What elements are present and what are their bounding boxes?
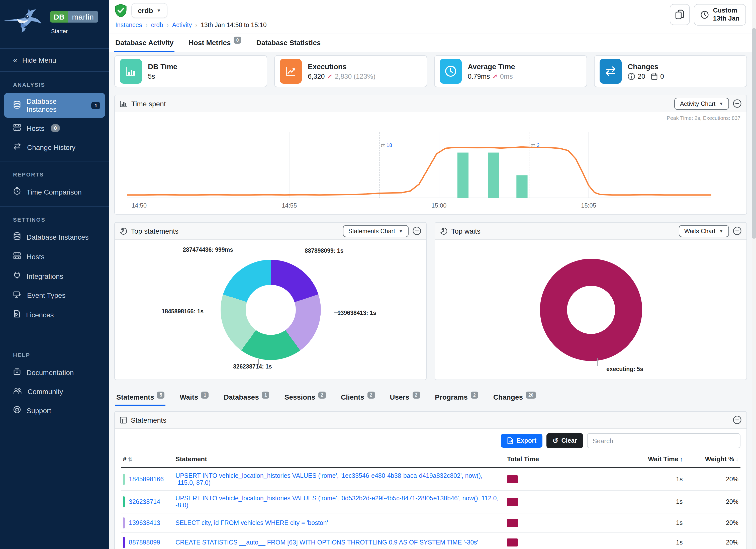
tab-label: Programs [435,393,468,401]
page-scrollbar[interactable] [752,0,756,549]
sidebar-item-community[interactable]: Community [4,383,105,400]
statement-sql-link[interactable]: UPSERT INTO vehicle_location_histories V… [175,495,498,509]
clock-icon [13,187,21,197]
tab-database-activity[interactable]: Database Activity [114,34,174,52]
tab-label: Changes [493,393,523,401]
top-waits-panel: Top waits Waits Chart ▼ executing: 5s [435,222,747,380]
count-badge: 1 [91,102,100,109]
breadcrumb-activity[interactable]: Activity [172,22,192,29]
sidebar-item-label: Time Comparison [27,188,82,196]
donut-label: 887898099: 1s [305,248,344,254]
time-range-button[interactable]: Custom 13th Jan [694,4,746,25]
panel-title: Statements [131,416,166,424]
copy-link-button[interactable] [670,4,690,25]
sidebar-item-documentation[interactable]: Documentation [4,363,105,382]
tab-label: Waits [180,393,198,401]
export-button[interactable]: Export [501,434,542,448]
sidebar-item-database-instances[interactable]: Database Instances1 [4,93,105,118]
statements-chart-select[interactable]: Statements Chart ▼ [343,225,409,237]
activity-chart-select[interactable]: Activity Chart ▼ [675,98,729,110]
count-badge: 1 [201,392,209,399]
tab-database-statistics[interactable]: Database Statistics [255,34,322,52]
tab-label: Database Activity [115,38,173,46]
column-header-weight-[interactable]: Weight %↓ [685,452,740,468]
donut-ring[interactable] [220,259,321,360]
bars-card-icon [120,59,142,84]
card-value: 5s [148,72,177,80]
tab-statements[interactable]: Statements5 [115,389,166,406]
brand-logo: DBmarlin [50,11,98,23]
time-spent-chart[interactable]: Peak Time: 2s, Executions: 837 ⇄18⇄2 14:… [115,112,746,214]
sidebar-nav: ANALYSISDatabase Instances1Hosts0Change … [0,72,109,425]
tab-waits[interactable]: Waits1 [179,389,210,406]
statement-id-link[interactable]: 887898099 [129,539,160,546]
peak-note: Peak Time: 2s, Executions: 837 [667,115,740,121]
tab-programs[interactable]: Programs2 [434,389,479,406]
statement-id-link[interactable]: 326238714 [129,498,160,505]
breadcrumb-separator: › [146,22,147,28]
pie-chart-icon [440,227,447,234]
instance-selector[interactable]: crdb ▼ [131,3,168,18]
column-header-statement[interactable]: Statement [173,452,505,468]
sidebar-item-hosts[interactable]: Hosts [4,247,105,266]
column-header--[interactable]: #⇅ [121,452,173,468]
collapse-panel-icon[interactable] [733,416,741,424]
statement-sql-link[interactable]: UPSERT INTO vehicle_location_histories V… [175,472,483,486]
sidebar-item-label: Hosts [27,124,45,132]
sort-icon: ⇅ [128,456,132,462]
column-header-total-time[interactable]: Total Time [505,452,604,468]
tab-changes[interactable]: Changes20 [492,389,537,406]
donut-ring[interactable] [540,258,642,361]
sort-asc-icon: ↑ [680,456,683,462]
total-time-bar [507,538,518,546]
panel-title: Top statements [131,227,178,235]
tab-users[interactable]: Users2 [389,389,421,406]
search-input[interactable] [587,433,740,448]
sidebar-section-reports: REPORTSTime Comparison [0,161,109,206]
sidebar: DBmarlin Starter « Hide Menu ANALYSISDat… [0,0,109,549]
collapse-panel-icon[interactable] [413,227,421,235]
scrollbar-thumb[interactable] [752,28,756,239]
waits-chart-select[interactable]: Waits Chart ▼ [679,225,729,237]
sidebar-item-support[interactable]: Support [4,401,105,420]
collapse-panel-icon[interactable] [733,227,741,235]
card-title: Changes [628,62,664,70]
sidebar-item-licences[interactable]: Licences [4,305,105,324]
table-row: 326238714UPSERT INTO vehicle_location_hi… [121,491,740,513]
weight-value: 20% [685,468,740,491]
tab-clients[interactable]: Clients2 [340,389,376,406]
change-marker-line: ⇄2 [529,132,529,198]
breadcrumb: Instances›crdb›Activity›13th Jan 14:50 t… [115,22,747,29]
tab-host-metrics[interactable]: Host Metrics0 [187,34,242,52]
breadcrumb-crdb[interactable]: crdb [151,22,163,29]
waits-donut-chart[interactable]: executing: 5s [435,240,746,380]
column-header-wait-time[interactable]: Wait Time↑ [604,452,685,468]
sidebar-item-event-types[interactable]: Event Types [4,286,105,304]
table-toolbar: Export ↺ Clear [115,429,746,452]
main-tabs: Database ActivityHost Metrics0Database S… [109,34,752,52]
clear-button[interactable]: ↺ Clear [546,433,583,448]
collapse-panel-icon[interactable] [733,99,741,108]
pie-chart-icon [120,227,127,234]
sidebar-item-database-instances[interactable]: Database Instances [4,228,105,246]
sidebar-item-time-comparison[interactable]: Time Comparison [4,182,105,201]
bar-chart-icon [120,100,127,107]
edition-label: Starter [51,28,68,34]
sidebar-item-label: Event Types [27,291,66,299]
count-badge: 2 [471,392,478,399]
sidebar-item-hosts[interactable]: Hosts0 [4,119,105,137]
hide-menu-button[interactable]: « Hide Menu [0,49,109,71]
breadcrumb-instances[interactable]: Instances [115,22,142,29]
statements-donut-chart[interactable]: 287474436: 999ms887898099: 1s1845898166:… [115,240,426,380]
sidebar-item-integrations[interactable]: Integrations [4,267,105,285]
tab-databases[interactable]: Databases1 [223,389,270,406]
sidebar-item-change-history[interactable]: Change History [4,138,105,156]
statement-sql-link[interactable]: CREATE STATISTICS __auto__ FROM [63] WIT… [175,539,478,546]
statement-id-link[interactable]: 1845898166 [129,476,164,483]
statement-sql-link[interactable]: SELECT city, id FROM vehicles WHERE city… [175,519,328,526]
swap-icon [13,143,22,151]
statement-id-link[interactable]: 139638413 [129,519,160,526]
tab-sessions[interactable]: Sessions2 [283,389,327,406]
card-title: DB Time [148,62,177,70]
sidebar-item-label: Documentation [27,368,74,376]
